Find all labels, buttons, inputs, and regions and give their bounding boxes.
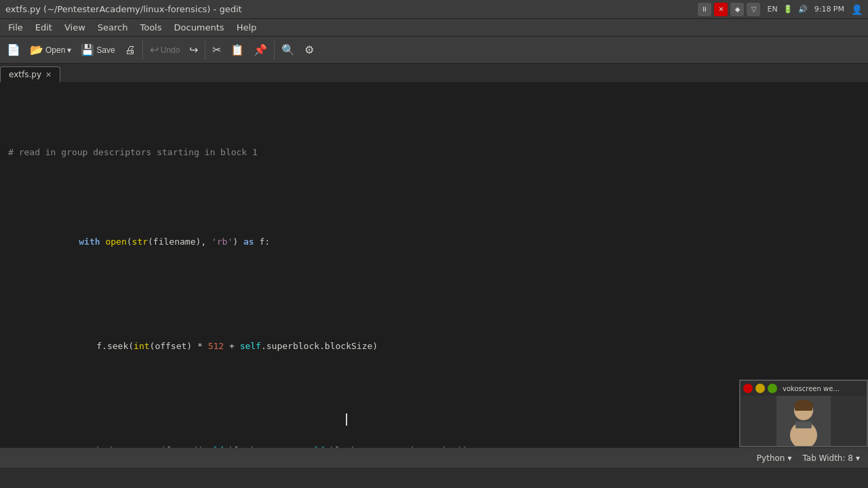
code-line-3: f.seek(int(offset) * 512 + self.superblo… <box>8 324 868 369</box>
redo-icon: ↪ <box>189 43 198 56</box>
menu-help[interactable]: Help <box>231 21 262 34</box>
overlay-close-btn[interactable] <box>743 384 753 393</box>
copy-icon: 📋 <box>231 43 244 56</box>
tab-close-icon[interactable]: ✕ <box>45 70 52 79</box>
open-arrow: ▾ <box>67 45 71 55</box>
other-btn2[interactable]: ▽ <box>747 3 760 16</box>
new-button[interactable]: 📄 <box>3 41 24 59</box>
overlay-maximize-btn[interactable] <box>768 384 777 393</box>
print-button[interactable]: 🖨 <box>121 41 140 59</box>
svg-rect-4 <box>795 404 812 411</box>
tab-width-arrow: ▾ <box>856 453 860 463</box>
other-btn1[interactable]: ◆ <box>730 3 744 16</box>
paste-button[interactable]: 📌 <box>250 41 271 59</box>
text-cursor <box>346 413 347 426</box>
overlay-video-window[interactable]: vokoscreen we... <box>739 380 868 447</box>
save-button[interactable]: 💾 Save <box>77 41 119 59</box>
overlay-title: vokoscreen we... <box>783 385 840 392</box>
overlay-title-bar: vokoscreen we... <box>741 381 867 396</box>
undo-label: Undo <box>161 45 180 55</box>
language-label: Python <box>757 453 785 463</box>
menu-bar: File Edit View Search Tools Documents He… <box>0 19 868 37</box>
undo-button[interactable]: ↩ Undo <box>146 41 184 59</box>
overlay-minimize-btn[interactable] <box>755 384 765 393</box>
menu-search[interactable]: Search <box>92 21 134 34</box>
tools-button[interactable]: ⚙ <box>300 41 318 59</box>
person-icon: 👤 <box>851 4 863 15</box>
save-icon: 💾 <box>81 43 94 56</box>
menu-file[interactable]: File <box>3 21 28 34</box>
tab-width-selector[interactable]: Tab Width: 8 ▾ <box>802 453 860 463</box>
window-title: extfs.py (~/PentesterAcademy/linux-foren… <box>5 4 242 14</box>
volume-indicator: 🔊 <box>798 5 808 14</box>
language-arrow: ▾ <box>787 453 791 463</box>
title-bar: extfs.py (~/PentesterAcademy/linux-foren… <box>0 0 868 19</box>
print-icon: 🖨 <box>125 44 136 56</box>
close-btn[interactable]: ✕ <box>714 3 728 16</box>
save-label: Save <box>96 45 115 55</box>
toolbar: 📄 📂 Open ▾ 💾 Save 🖨 ↩ Undo ↪ ✂ 📋 📌 🔍 ⚙ <box>0 37 868 64</box>
cut-icon: ✂ <box>212 43 221 56</box>
undo-icon: ↩ <box>150 43 159 56</box>
find-button[interactable]: 🔍 <box>277 41 299 59</box>
code-editor[interactable]: # read in group descriptors starting in … <box>0 83 868 468</box>
battery-indicator: 🔋 <box>783 5 793 14</box>
menu-view[interactable]: View <box>59 21 91 34</box>
copy-button[interactable]: 📋 <box>226 41 248 59</box>
open-label: Open <box>45 45 65 55</box>
keyboard-indicator: EN <box>767 5 777 14</box>
editor-wrapper: # read in group descriptors starting in … <box>0 83 868 468</box>
paste-icon: 📌 <box>254 43 267 56</box>
toolbar-separator-3 <box>274 41 275 60</box>
menu-documents[interactable]: Documents <box>169 21 230 34</box>
svg-rect-5 <box>795 422 812 428</box>
toolbar-separator-1 <box>142 41 143 60</box>
tab-bar: extfs.py ✕ <box>0 64 868 83</box>
pause-btn[interactable]: ⏸ <box>698 3 711 16</box>
language-selector[interactable]: Python ▾ <box>757 453 792 463</box>
tools-icon: ⚙ <box>304 43 314 56</box>
window-controls: ⏸ ✕ ◆ ▽ EN 🔋 🔊 9:18 PM 👤 <box>698 3 863 16</box>
open-icon: 📂 <box>30 43 43 56</box>
redo-button[interactable]: ↪ <box>185 41 202 59</box>
menu-tools[interactable]: Tools <box>134 21 167 34</box>
tab-width-label: Tab Width: 8 <box>802 453 852 463</box>
toolbar-separator-2 <box>205 41 205 60</box>
menu-edit[interactable]: Edit <box>30 21 58 34</box>
tab-extfs[interactable]: extfs.py ✕ <box>0 66 60 82</box>
clock: 9:18 PM <box>814 5 844 14</box>
code-content: # read in group descriptors starting in … <box>0 83 868 468</box>
overlay-video-content <box>741 396 867 446</box>
find-icon: 🔍 <box>281 43 295 56</box>
code-line-2: with open(str(filename), 'rb') as f: <box>8 220 868 264</box>
tab-label: extfs.py <box>9 70 41 79</box>
new-icon: 📄 <box>7 43 20 56</box>
code-line-1: # read in group descriptors starting in … <box>8 145 868 160</box>
status-bar: Python ▾ Tab Width: 8 ▾ <box>0 447 868 468</box>
person-avatar <box>776 396 831 446</box>
open-button[interactable]: 📂 Open ▾ <box>26 41 75 59</box>
cut-button[interactable]: ✂ <box>208 41 225 59</box>
